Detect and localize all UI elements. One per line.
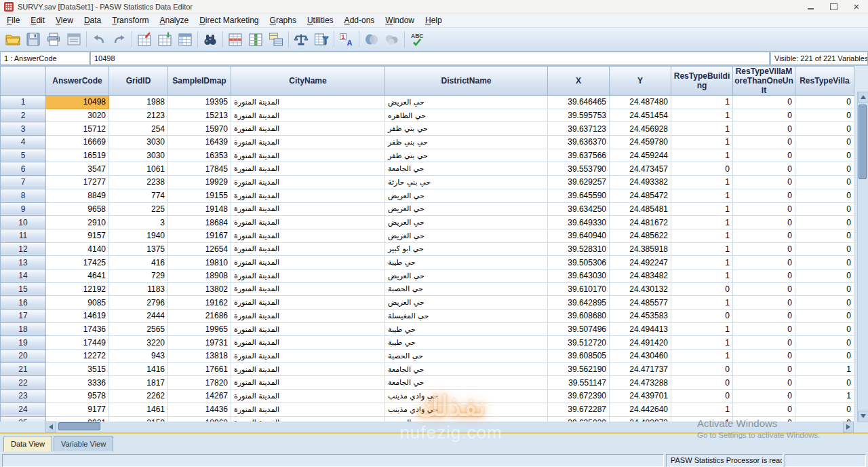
row-number[interactable]: 22 [1, 376, 46, 390]
cell-r14-restypevilla[interactable]: 0 [795, 269, 854, 282]
use-variable-sets-button[interactable] [361, 30, 382, 49]
cell-r1-gridid[interactable]: 1988 [109, 96, 168, 109]
cell-r9-cityname[interactable]: المدينة المنورة [231, 202, 385, 216]
row-number[interactable]: 11 [1, 229, 46, 242]
cell-r10-restypevilla[interactable]: 0 [795, 216, 854, 229]
cell-r17-districtname[interactable]: حي المغيسلة [385, 310, 548, 323]
cell-r14-y[interactable]: 24.483482 [610, 269, 671, 282]
cell-r20-restypevillamorethanoneunit[interactable]: 0 [733, 350, 795, 363]
vertical-scroll-track[interactable] [858, 102, 868, 411]
row-number[interactable]: 17 [1, 310, 46, 323]
cell-r25-restypebuilding[interactable]: 1 [671, 416, 733, 422]
tab-data-view[interactable]: Data View [3, 436, 52, 451]
cell-r19-cityname[interactable]: المدينة المنورة [231, 336, 385, 350]
close-button[interactable] [845, 0, 868, 14]
cell-r20-cityname[interactable]: المدينة المنورة [231, 350, 385, 363]
cell-r20-districtname[interactable]: حي الحصبة [385, 350, 548, 363]
cell-r4-districtname[interactable]: حي بني ظفر [385, 136, 548, 149]
cell-r16-restypevillamorethanoneunit[interactable]: 0 [733, 296, 795, 310]
cell-r15-y[interactable]: 24.430132 [610, 282, 671, 296]
cell-r11-sampleidmap[interactable]: 19167 [168, 229, 231, 242]
cell-r16-cityname[interactable]: المدينة المنورة [231, 296, 385, 310]
menu-view[interactable]: View [50, 14, 79, 27]
cell-r4-gridid[interactable]: 3030 [109, 136, 168, 149]
cell-r4-restypevillamorethanoneunit[interactable]: 0 [733, 136, 795, 149]
column-header-x[interactable]: X [548, 67, 610, 96]
cell-r7-restypevillamorethanoneunit[interactable]: 0 [733, 176, 795, 189]
cell-r19-gridid[interactable]: 3220 [109, 336, 168, 350]
cell-r14-districtname[interactable]: حي العريض [385, 269, 548, 282]
cell-r1-sampleidmap[interactable]: 19395 [168, 96, 231, 109]
cell-r3-restypebuilding[interactable]: 1 [671, 122, 733, 136]
cell-r17-x[interactable]: 39.608680 [548, 310, 610, 323]
cell-r6-restypebuilding[interactable]: 0 [671, 162, 733, 176]
cell-r13-answercode[interactable]: 17425 [46, 256, 109, 269]
column-header-restypevillamorethanoneunit[interactable]: ResTypeVillaMoreThanOneUnit [733, 67, 795, 96]
cell-r24-cityname[interactable]: المدينة المنورة [231, 403, 385, 416]
cell-r19-x[interactable]: 39.512720 [548, 336, 610, 350]
cell-r22-restypevilla[interactable]: 0 [795, 376, 854, 390]
cell-r15-gridid[interactable]: 1183 [109, 282, 168, 296]
cell-r24-districtname[interactable]: حي وادي مذينب [385, 403, 548, 416]
cell-r16-restypebuilding[interactable]: 1 [671, 296, 733, 310]
cell-r17-gridid[interactable]: 2444 [109, 310, 168, 323]
cell-r12-restypevilla[interactable]: 0 [795, 242, 854, 256]
cell-r25-restypevilla[interactable]: 0 [795, 416, 854, 422]
cell-r21-cityname[interactable]: المدينة المنورة [231, 362, 385, 376]
cell-r21-restypevillamorethanoneunit[interactable]: 0 [733, 362, 795, 376]
cell-r1-y[interactable]: 24.487480 [610, 96, 671, 109]
goto-case-button[interactable] [134, 30, 155, 49]
cell-r16-districtname[interactable]: حي العريض [385, 296, 548, 310]
cell-r9-sampleidmap[interactable]: 19148 [168, 202, 231, 216]
cell-r8-cityname[interactable]: المدينة المنورة [231, 189, 385, 202]
cell-r8-restypebuilding[interactable]: 1 [671, 189, 733, 202]
cell-r11-cityname[interactable]: المدينة المنورة [231, 229, 385, 242]
row-number[interactable]: 2 [1, 109, 46, 122]
cell-r18-restypebuilding[interactable]: 1 [671, 322, 733, 336]
cell-r18-sampleidmap[interactable]: 19965 [168, 322, 231, 336]
cell-r23-y[interactable]: 24.439701 [610, 390, 671, 403]
cell-r13-y[interactable]: 24.492247 [610, 256, 671, 269]
menu-transform[interactable]: Transform [106, 14, 154, 27]
goto-variable-button[interactable] [155, 30, 175, 49]
menu-direct-marketing[interactable]: Direct Marketing [194, 14, 264, 27]
cell-r6-restypevillamorethanoneunit[interactable]: 0 [733, 162, 795, 176]
show-all-variables-button[interactable] [382, 30, 402, 49]
cell-r4-cityname[interactable]: المدينة المنورة [231, 136, 385, 149]
cell-r22-x[interactable]: 39.551147 [548, 376, 610, 390]
redo-button[interactable] [109, 30, 130, 49]
cell-r19-answercode[interactable]: 17449 [46, 336, 109, 350]
cell-r5-answercode[interactable]: 16519 [46, 149, 109, 162]
cell-r14-cityname[interactable]: المدينة المنورة [231, 269, 385, 282]
cell-r14-restypevillamorethanoneunit[interactable]: 0 [733, 269, 795, 282]
menu-window[interactable]: Window [380, 14, 420, 27]
cell-r19-sampleidmap[interactable]: 19731 [168, 336, 231, 350]
weight-cases-button[interactable] [291, 30, 311, 49]
cell-r1-cityname[interactable]: المدينة المنورة [231, 96, 385, 109]
cell-r12-cityname[interactable]: المدينة المنورة [231, 242, 385, 256]
menu-data[interactable]: Data [79, 14, 106, 27]
horizontal-scrollbar[interactable] [45, 422, 854, 432]
cell-r17-y[interactable]: 24.453583 [610, 310, 671, 323]
cell-r23-x[interactable]: 39.672390 [548, 390, 610, 403]
cell-r12-districtname[interactable]: حي ابو كبير [385, 242, 548, 256]
cell-r15-cityname[interactable]: المدينة المنورة [231, 282, 385, 296]
cell-r9-gridid[interactable]: 225 [109, 202, 168, 216]
cell-r9-x[interactable]: 39.634250 [548, 202, 610, 216]
cell-r1-restypebuilding[interactable]: 1 [671, 96, 733, 109]
cell-r12-restypevillamorethanoneunit[interactable]: 0 [733, 242, 795, 256]
row-number[interactable]: 7 [1, 176, 46, 189]
corner-cell[interactable] [1, 67, 46, 96]
cell-r12-y[interactable]: 24.385918 [610, 242, 671, 256]
undo-button[interactable] [89, 30, 109, 49]
cell-r22-sampleidmap[interactable]: 17820 [168, 376, 231, 390]
value-labels-button[interactable]: 1A [336, 30, 357, 49]
cell-r24-gridid[interactable]: 1461 [109, 403, 168, 416]
cell-r22-restypevillamorethanoneunit[interactable]: 0 [733, 376, 795, 390]
cell-r13-restypevillamorethanoneunit[interactable]: 0 [733, 256, 795, 269]
cell-r1-x[interactable]: 39.646465 [548, 96, 610, 109]
cell-r2-restypebuilding[interactable]: 1 [671, 109, 733, 122]
cell-r17-sampleidmap[interactable]: 21686 [168, 310, 231, 323]
column-header-districtname[interactable]: DistrictName [385, 67, 548, 96]
cell-r19-restypevilla[interactable]: 0 [795, 336, 854, 350]
